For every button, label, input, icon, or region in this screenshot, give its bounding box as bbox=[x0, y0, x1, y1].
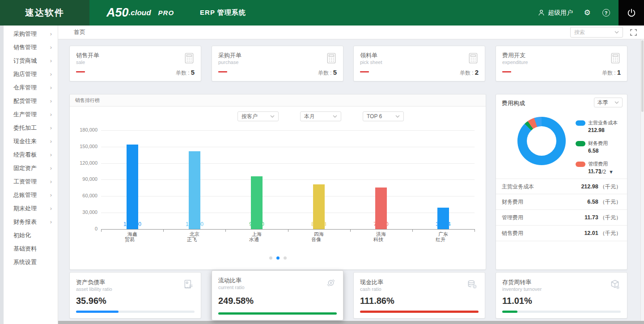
sidebar-item-store-visit[interactable]: 跑店管理› bbox=[4, 68, 58, 81]
horizontal-scrollbar[interactable] bbox=[58, 321, 644, 324]
calculator-icon bbox=[610, 52, 621, 64]
scrollbar-thumb[interactable] bbox=[641, 40, 644, 112]
company-logo: 速达软件 bbox=[25, 7, 64, 19]
legend-item[interactable]: 主营业务成本 212.98 bbox=[576, 119, 618, 133]
sidebar-item-distribution[interactable]: 配货管理› bbox=[4, 94, 58, 108]
sidebar-item-payroll[interactable]: 工资管理› bbox=[4, 175, 58, 188]
chevron-right-icon: › bbox=[50, 81, 52, 94]
expense-row: 管理费用 11.73 （千元） bbox=[496, 210, 627, 226]
help-button[interactable]: ? bbox=[602, 9, 610, 17]
sales-ranking-panel: 销售排行榜 按客户 本月 TOP 6 180,000 150,000 120,0… bbox=[69, 94, 486, 270]
progress-track bbox=[360, 311, 479, 313]
bar-category-label: 四海音像 bbox=[307, 231, 331, 242]
count-value: 1 bbox=[617, 68, 621, 76]
logout-button[interactable] bbox=[619, 0, 644, 26]
fullscreen-icon[interactable] bbox=[630, 29, 637, 36]
sidebar-item-general-ledger[interactable]: 总账管理› bbox=[4, 188, 58, 202]
progress-track bbox=[218, 312, 337, 315]
user-icon bbox=[538, 9, 545, 17]
bar-category-line1: 洪海 bbox=[376, 231, 386, 237]
vertical-scrollbar[interactable] bbox=[640, 39, 644, 321]
pager-down-icon[interactable]: ▼ bbox=[609, 169, 614, 175]
currency-refresh-icon bbox=[325, 277, 337, 289]
y-tick-label: 90,000 bbox=[70, 176, 97, 182]
count-value: 5 bbox=[333, 68, 337, 76]
bar-rect bbox=[313, 184, 325, 229]
y-tick-label: 120,000 bbox=[70, 160, 97, 166]
sidebar-item-production[interactable]: 生产管理› bbox=[4, 108, 58, 121]
x-tick bbox=[163, 230, 164, 232]
bar-rect bbox=[189, 151, 200, 229]
sidebar-item-order-mall[interactable]: 订货商城› bbox=[4, 54, 58, 68]
filter-dimension-select[interactable]: 按客户 bbox=[237, 111, 279, 121]
coins-icon bbox=[466, 279, 479, 290]
box-icon bbox=[609, 279, 621, 290]
summary-card-purchase: 采购开单 purchase 单数 :5 bbox=[212, 46, 343, 81]
settings-button[interactable]: ⚙ bbox=[583, 9, 592, 17]
sidebar-item-base-data[interactable]: 基础资料 bbox=[4, 242, 58, 256]
y-tick-label: 60,000 bbox=[70, 193, 97, 198]
bar-category-line2: 科技 bbox=[366, 237, 390, 242]
product-domain: .cloud bbox=[129, 9, 151, 17]
summary-card-pick-sheet: 领料单 pick sheet 单数 :2 bbox=[353, 46, 485, 81]
progress-fill bbox=[360, 311, 479, 313]
bar-category-label: 广东红升 bbox=[431, 231, 455, 242]
user-menu[interactable]: 超级用户 bbox=[538, 9, 573, 17]
bar-category-line2: 音像 bbox=[304, 237, 328, 242]
ratio-card-current-ratio: 流动比率 current ratio 249.58% bbox=[212, 270, 343, 320]
page-dot-active[interactable] bbox=[276, 256, 280, 260]
carousel-pagination bbox=[70, 256, 486, 260]
legend-item[interactable]: 财务费用 6.58 bbox=[576, 139, 618, 154]
sidebar-item-sales[interactable]: 销售管理› bbox=[4, 41, 58, 54]
sidebar-item-purchase[interactable]: 采购管理› bbox=[4, 27, 58, 41]
system-name: ERP 管理系统 bbox=[200, 9, 246, 17]
progress-fill bbox=[76, 311, 119, 313]
x-tick bbox=[288, 230, 288, 232]
filter-top-select[interactable]: TOP 6 bbox=[363, 111, 404, 121]
sidebar-item-fixed-assets[interactable]: 固定资产› bbox=[4, 162, 58, 175]
expense-row: 销售费用 12.01 （千元） bbox=[496, 226, 627, 241]
header-actions: 超级用户 ⚙ ? bbox=[538, 0, 610, 26]
donut-hole bbox=[527, 126, 556, 156]
progress-track bbox=[76, 311, 195, 313]
progress-fill bbox=[218, 312, 337, 315]
filter-period-select[interactable]: 本月 bbox=[300, 111, 341, 121]
panel-title: 销售排行榜 bbox=[70, 94, 486, 107]
sidebar-item-dashboard[interactable]: 经营看板› bbox=[4, 148, 58, 162]
y-tick-label: 0 bbox=[70, 226, 97, 231]
bar-category-line1: 广东 bbox=[438, 231, 448, 237]
help-icon: ? bbox=[602, 9, 610, 17]
y-tick-label: 150,000 bbox=[70, 144, 97, 149]
bar-category-line2: 正飞 bbox=[180, 237, 204, 242]
sidebar-item-financial-reports[interactable]: 财务报表› bbox=[4, 215, 58, 229]
x-tick bbox=[101, 230, 102, 232]
red-dash bbox=[502, 71, 511, 72]
chevron-right-icon: › bbox=[50, 41, 52, 54]
product-brand: A50.cloud PRO ERP 管理系统 bbox=[106, 0, 246, 26]
breadcrumb-home-tab[interactable]: 首页 bbox=[74, 28, 85, 36]
legend-chip bbox=[576, 141, 585, 146]
chevron-right-icon: › bbox=[50, 188, 52, 202]
x-tick bbox=[225, 230, 226, 232]
sidebar-item-cash[interactable]: 现金往来› bbox=[4, 135, 58, 148]
search-input[interactable]: 搜索 bbox=[570, 27, 623, 38]
page-dot[interactable] bbox=[269, 256, 272, 260]
sidebar-item-outsourcing[interactable]: 委托加工› bbox=[4, 121, 58, 135]
product-edition-badge: PRO bbox=[158, 9, 174, 17]
bar-chart-plot: 153600 海鑫贸易 142100 北京正飞 95990 上海水通 81258… bbox=[101, 130, 475, 229]
chevron-down-icon bbox=[270, 115, 275, 118]
ratio-card-cash-ratio: 现金比率 cash ratio 111.86% bbox=[353, 272, 485, 319]
sidebar-item-warehouse[interactable]: 仓库管理› bbox=[4, 81, 58, 94]
invoice-icon bbox=[183, 279, 195, 290]
expense-row: 主营业务成本 212.98 （千元） bbox=[496, 179, 627, 194]
sidebar-item-initialization[interactable]: 初始化 bbox=[4, 229, 58, 242]
page-dot[interactable] bbox=[284, 256, 287, 260]
expense-period-select[interactable]: 本季 bbox=[594, 98, 623, 107]
legend-pager: ▲ 1/2 ▼ bbox=[591, 169, 614, 175]
chevron-right-icon: › bbox=[50, 162, 52, 175]
bar-category-line1: 海鑫 bbox=[127, 231, 137, 237]
pager-page: 1/2 bbox=[598, 169, 606, 175]
sidebar-item-system-settings[interactable]: 系统设置 bbox=[4, 256, 58, 269]
sidebar-item-period-end[interactable]: 期末处理› bbox=[4, 202, 58, 215]
pager-up-icon[interactable]: ▲ bbox=[591, 169, 596, 175]
